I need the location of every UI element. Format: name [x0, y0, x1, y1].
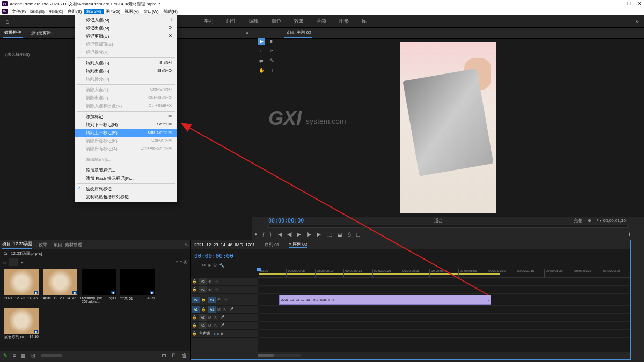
home-icon[interactable]: ⌂ [5, 18, 9, 25]
program-timecode[interactable]: 00;00;00;00 [268, 218, 304, 224]
dd-clear-inout[interactable]: 清除入点和出点(N)Ctrl+Shift+X [75, 102, 177, 110]
menu-edit[interactable]: 编辑(E) [28, 9, 47, 14]
menu-marker[interactable]: 标记(M) [84, 9, 104, 14]
timeline-zoom-slider[interactable] [258, 354, 301, 357]
slip-tool-icon[interactable]: ⇄ [258, 57, 265, 64]
type-tool-icon[interactable]: T [268, 67, 276, 74]
dd-goto-in[interactable]: 转到入点(G)Shift+I [75, 59, 177, 67]
hand-tool-icon[interactable]: ✋ [258, 67, 265, 74]
dd-edit-marker[interactable]: 编辑标记(I)... [75, 156, 177, 164]
freeform-view-icon[interactable]: ⊞ [31, 353, 35, 358]
zoom-fit[interactable]: 适合 [434, 218, 443, 224]
workspace-overflow-icon[interactable]: » [635, 18, 639, 24]
dd-ripple-markers[interactable]: ✓波纹序列标记 [75, 185, 177, 193]
ws-learning[interactable]: 学习 [204, 18, 214, 25]
close-button[interactable]: ✕ [638, 1, 642, 6]
play-icon[interactable]: ▶ [297, 232, 301, 237]
goto-in-icon[interactable]: |◀ [276, 232, 281, 237]
snap-icon[interactable]: ⊹ [195, 263, 199, 268]
ws-assembly[interactable]: 组件 [226, 18, 236, 25]
dd-next-marker[interactable]: 转到下一标记(N)Shift+M [75, 121, 177, 129]
tab-effects[interactable]: 效果 [39, 242, 47, 248]
add-marker-icon[interactable]: ● [254, 232, 257, 237]
ws-audio[interactable]: 音频 [317, 18, 326, 25]
video-clip[interactable]: 2021_12_23_12_18_IMG_5085.MP4▸ [279, 295, 491, 305]
menu-view[interactable]: 视图(V) [122, 9, 141, 14]
timeline-timecode[interactable]: 00:00:00:00 [194, 253, 233, 260]
dd-mark-selection[interactable]: 标记选择项(S) [75, 40, 177, 48]
pen-tool-icon[interactable]: ✎ [268, 57, 276, 64]
compare-icon[interactable]: ◫ [356, 232, 361, 237]
track-v2-header[interactable]: 🔒V2👁◇ [191, 286, 258, 294]
track-v3-header[interactable]: 🔒V3👁◇ [191, 278, 258, 286]
menu-file[interactable]: 文件(F) [10, 9, 28, 14]
ws-graphics[interactable]: 图形 [339, 18, 349, 25]
ws-color[interactable]: 颜色 [272, 18, 281, 25]
bin-item[interactable]: ■ src=http_pic 207.nipic...5;00 [82, 269, 116, 304]
dd-goto-split[interactable]: 转到拆分(O) [75, 75, 177, 83]
menu-window[interactable]: 窗口(W) [141, 9, 161, 14]
button-editor-icon[interactable]: + [627, 231, 631, 238]
menu-graphics[interactable]: 图形(G) [104, 9, 123, 14]
track-a1-header[interactable]: A1🔒A1MS🎤 [191, 306, 258, 314]
delete-icon[interactable]: 🗑 [182, 353, 187, 358]
dd-mark-split[interactable]: 标记拆分(P) [75, 48, 177, 56]
goto-out-icon[interactable]: ▶| [317, 232, 322, 237]
ws-library[interactable]: 库 [362, 18, 367, 25]
linked-sel-icon[interactable]: ⫘ [201, 263, 206, 268]
write-enable-icon[interactable]: ✎ [3, 353, 8, 358]
lift-icon[interactable]: ⬚ [327, 232, 332, 237]
menu-sequence[interactable]: 序列(S) [65, 9, 84, 14]
extract-icon[interactable]: ⬓ [338, 232, 342, 237]
track-v1-header[interactable]: V1🔒V1👁◇ [191, 294, 258, 306]
mark-in-icon[interactable]: { [262, 232, 264, 237]
thumb-size-slider[interactable] [41, 354, 62, 357]
filter-bin-icon[interactable]: ▸ [21, 260, 24, 265]
export-frame-icon[interactable]: ⎙ [348, 232, 350, 237]
new-item-icon[interactable]: 🗋 [172, 353, 177, 358]
list-view-icon[interactable]: ≡ [13, 353, 16, 358]
bin-item[interactable]: ■ 2021_12_23_14_46...14;16 [4, 269, 39, 304]
dd-add-marker[interactable]: 添加标记M [75, 113, 177, 121]
step-back-icon[interactable]: ◀| [287, 232, 292, 237]
dd-clear-in[interactable]: 清除入点(L)Ctrl+Shift+I [75, 86, 177, 94]
tl-seq1-tab[interactable]: 序列 01 [265, 242, 279, 248]
track-a3-header[interactable]: 🔒A3MS🎤 [191, 322, 258, 330]
razor-tool-icon[interactable]: ✂ [268, 47, 276, 55]
menu-help[interactable]: 帮助(H) [161, 9, 180, 14]
tl-seq2-tab[interactable]: × 序列 02 [289, 241, 307, 248]
dd-copy-paste-markers[interactable]: 复制粘贴包括序列标记 [75, 193, 177, 201]
resolution-full[interactable]: 完整 [574, 218, 582, 224]
panel-overflow-icon[interactable]: » [245, 30, 248, 36]
new-bin-icon[interactable]: 🗀 [162, 353, 166, 358]
track-lanes[interactable]: 2021_12_23_12_18_IMG_5085.MP4▸ [258, 278, 630, 352]
wrench-icon[interactable]: 🔧 [219, 263, 224, 268]
dd-add-chapter[interactable]: 添加章节标记... [75, 166, 177, 174]
tool-2-icon[interactable]: ◧ [268, 38, 276, 45]
search-icon[interactable]: ⌕ [3, 260, 6, 265]
bin-item[interactable]: ■ 2021_12_23_14_46...14;16 [43, 269, 77, 304]
dd-goto-out[interactable]: 转到出点(G)Shift+O [75, 67, 177, 75]
selection-tool-icon[interactable]: ▶ [258, 38, 265, 45]
settings-icon[interactable]: ⚙ [213, 263, 217, 268]
dd-clear-out[interactable]: 清除出点(L)Ctrl+Shift+O [75, 94, 177, 102]
bin-item[interactable]: ■ 字幕 014;29 [120, 269, 155, 304]
program-viewer[interactable] [400, 42, 496, 213]
tl-source-tab[interactable]: 2021_12_23_14_46_IMG_1201 [194, 242, 255, 247]
mark-out-icon[interactable]: } [269, 232, 271, 237]
ripple-tool-icon[interactable]: ↔ [258, 47, 265, 55]
tab-project-1[interactable]: 项目: 12.23汤圆 [2, 241, 32, 249]
dd-mark-clip[interactable]: 标记剪辑(C)X [75, 32, 177, 40]
icon-view-icon[interactable]: ▦ [21, 353, 26, 358]
timeline-ruler[interactable]: ;00;00 00;00;00;05 00;00;00;10 00;00;00;… [258, 269, 630, 278]
bin-item[interactable]: ■ 嵌套序列 0114;16 [4, 308, 39, 340]
tab-program[interactable]: 节目: 序列 02 [284, 28, 312, 38]
program-scrubber[interactable] [268, 225, 628, 228]
maximize-button[interactable]: ☐ [627, 1, 631, 6]
playhead[interactable] [259, 269, 259, 344]
settings-icon[interactable]: ⚙ [588, 218, 591, 223]
menu-clip[interactable]: 剪辑(C) [47, 9, 65, 14]
tab-source[interactable]: 源:(无剪辑) [30, 28, 54, 38]
minimize-button[interactable]: — [616, 1, 620, 6]
step-forward-icon[interactable]: |▶ [306, 232, 311, 237]
